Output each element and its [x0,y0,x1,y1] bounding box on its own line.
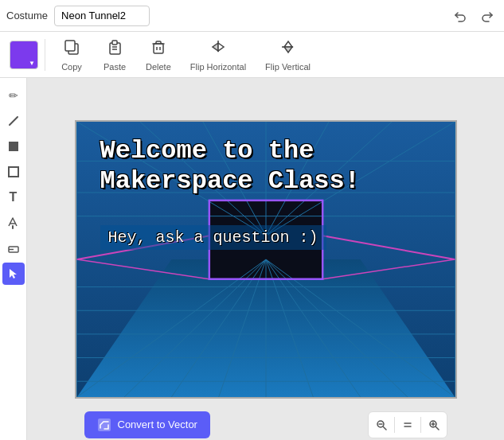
zoom-out-icon [376,419,387,430]
zoom-out-button[interactable] [370,414,393,436]
flip-v-button[interactable]: Flip Vertical [257,35,318,75]
svg-line-15 [10,117,18,125]
zoom-in-icon [428,419,440,430]
svg-marker-11 [218,43,224,51]
main-content: ✏ T [0,78,504,440]
canvas-subtitle-text: Hey, ask a question :) [100,225,326,250]
zoom-equal-icon [402,419,413,430]
zoom-divider-2 [420,417,421,433]
canvas-area[interactable]: Welcome to the Makerspace Class! Hey, as… [27,78,504,440]
rect-outline-tool[interactable] [2,161,25,183]
canvas-name-input[interactable] [54,6,150,26]
copy-button[interactable]: Copy [52,35,92,75]
line-tool[interactable] [2,110,25,132]
flip-h-button[interactable]: Flip Horizontal [182,35,254,75]
top-bar: Costume [0,0,504,32]
zoom-in-button[interactable] [423,414,445,436]
convert-label: Convert to Vector [118,419,197,430]
delete-label: Delete [146,62,171,72]
zoom-equal-button[interactable] [397,414,419,436]
text-tool[interactable]: T [2,186,25,208]
flip-h-icon [209,38,227,60]
toolbar: Copy Paste Delete Flip Horizontal Flip V… [0,32,504,78]
svg-line-56 [383,426,386,430]
undo-icon [455,10,467,22]
costume-label: Costume [6,10,48,21]
copy-icon [63,38,80,60]
undo-redo-group [450,6,498,25]
copy-label: Copy [61,62,82,72]
svg-rect-16 [9,142,18,151]
paste-label: Paste [104,62,126,72]
rect-fill-tool[interactable] [2,135,25,158]
zoom-controls [368,411,447,438]
svg-line-61 [436,426,439,430]
flip-h-label: Flip Horizontal [190,62,246,72]
svg-rect-1 [65,41,75,51]
svg-marker-21 [10,269,17,278]
svg-marker-14 [284,47,292,53]
cursor-tool[interactable] [2,263,25,285]
canvas-welcome-text: Welcome to the Makerspace Class! [100,136,432,197]
flip-v-icon [279,38,297,60]
delete-icon [150,38,167,60]
flip-v-label: Flip Vertical [265,62,311,72]
brush-tool[interactable]: ✏ [2,84,25,107]
convert-icon [97,418,111,432]
fill-tool[interactable] [2,212,25,234]
canvas-image[interactable]: Welcome to the Makerspace Class! Hey, as… [75,120,457,399]
canvas-wrapper: Welcome to the Makerspace Class! Hey, as… [75,120,457,399]
convert-to-vector-button[interactable]: Convert to Vector [84,411,210,438]
undo-button[interactable] [450,6,472,25]
svg-marker-10 [213,43,218,51]
bottom-bar: Convert to Vector [75,405,457,441]
zoom-divider-1 [394,417,395,433]
paste-button[interactable]: Paste [95,35,135,75]
svg-marker-13 [284,41,292,47]
redo-icon [480,10,493,22]
paste-icon [106,38,123,60]
separator-1 [45,39,45,71]
delete-button[interactable]: Delete [138,35,179,75]
svg-rect-3 [112,41,117,45]
color-swatch[interactable] [10,41,38,69]
svg-rect-17 [9,167,18,177]
redo-button[interactable] [475,6,498,25]
eraser-tool[interactable] [2,237,25,259]
svg-rect-6 [154,44,163,53]
left-sidebar: ✏ T [0,78,27,440]
